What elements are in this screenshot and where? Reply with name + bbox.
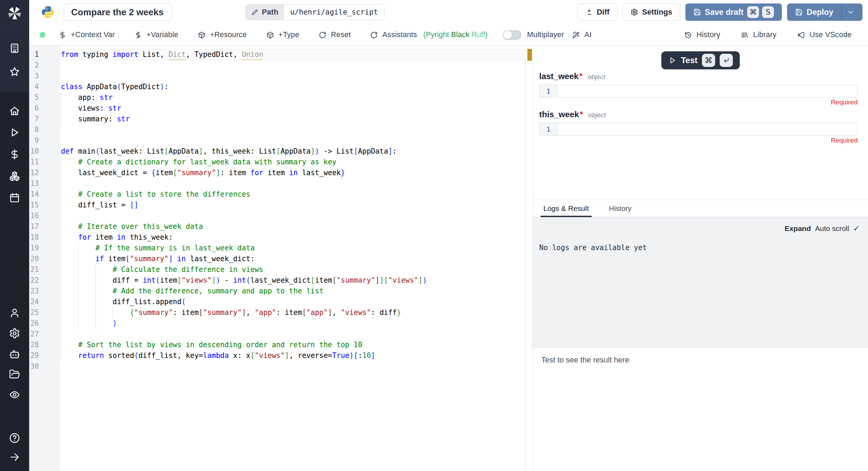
package-icon (266, 31, 274, 39)
home-icon[interactable] (9, 105, 20, 117)
cmd-key-badge: ⌘ (702, 54, 715, 67)
no-logs-message: No logs are available yet (539, 243, 647, 252)
arrow-right-icon[interactable] (9, 452, 20, 463)
tab-logs-result[interactable]: Logs & Result (541, 200, 592, 217)
arg-label-this_week: this_week*object (539, 110, 606, 120)
deploy-button[interactable]: Deploy (787, 3, 862, 21)
code-line: 16 (29, 211, 525, 221)
calendar-icon[interactable] (9, 192, 20, 203)
toolbar-item-reset[interactable]: Reset (319, 31, 351, 39)
assistants-badges[interactable]: (Pyright Black Ruff) (423, 31, 487, 39)
sidebar-divider (0, 91, 29, 92)
history-icon (684, 31, 692, 39)
s-key-badge: S (762, 6, 774, 18)
toolbar-item-type[interactable]: +Type (266, 31, 299, 39)
diff-button[interactable]: Diff (577, 3, 618, 21)
windmill-logo-icon[interactable] (6, 5, 23, 22)
code-line: 2 (29, 60, 525, 71)
bot-icon[interactable] (9, 349, 20, 360)
code-line: 30 (29, 361, 525, 372)
path-field[interactable]: Path u/henri/agile_script (245, 4, 385, 20)
required-label: Required (831, 137, 858, 144)
code-line: 20 if item["summary"] in last_week_dict: (29, 254, 525, 264)
arg-input-this_week[interactable]: 1 (539, 123, 858, 136)
ai-button[interactable]: AI (572, 31, 592, 39)
package-icon (198, 31, 206, 39)
code-line: 23 # Add the difference, summary and app… (29, 286, 525, 297)
toolbar-item-assistants[interactable]: Assistants (370, 31, 417, 39)
folder-open-icon[interactable] (9, 369, 20, 380)
play-icon[interactable] (9, 127, 20, 138)
multiplayer-toggle[interactable] (503, 30, 521, 40)
toolbar-right-items: HistoryLibraryUse VScode (684, 31, 852, 39)
path-value[interactable]: u/henri/agile_script (284, 5, 384, 20)
expand-button[interactable]: Expand (785, 224, 811, 233)
sidebar-divider (0, 27, 29, 27)
toolbar-item-library[interactable]: Library (741, 31, 776, 39)
path-label-chip: Path (246, 5, 284, 20)
settings-icon[interactable] (9, 328, 20, 339)
check-icon[interactable]: ✓ (853, 224, 860, 233)
code-editor[interactable]: 1from typing import List, Dict, TypedDic… (29, 46, 525, 471)
code-line: 19 # If the summary is in last_week data (29, 243, 525, 254)
toolbar-item-history[interactable]: History (684, 31, 720, 39)
code-line: 10def main(last_week: List[AppData], thi… (29, 146, 525, 157)
result-placeholder: Test to see the result here (541, 356, 629, 365)
test-play-icon (668, 56, 676, 65)
gear-icon (631, 8, 638, 16)
test-button[interactable]: Test ⌘ (661, 51, 740, 69)
settings-button[interactable]: Settings (623, 3, 680, 21)
script-title-input[interactable]: Compare the 2 weeks (64, 3, 172, 21)
test-panel: Test ⌘ last_week*object1Requiredthis_wee… (533, 46, 868, 471)
tab-history[interactable]: History (606, 200, 634, 217)
building-icon[interactable] (9, 43, 20, 54)
toolbar-item-variable[interactable]: +Variable (134, 31, 178, 39)
python-language-icon (41, 5, 55, 19)
toolbar-item-use-vscode[interactable]: Use VScode (797, 31, 852, 39)
logs-panel: Expand Auto scroll ✓ No logs are availab… (533, 217, 868, 348)
code-line: 27 (29, 329, 525, 340)
code-line: 28 # Sort the list by views in descendin… (29, 340, 525, 350)
code-line: 14 # Create a list to store the differen… (29, 189, 525, 200)
vscode-icon (797, 31, 805, 39)
enter-icon (723, 57, 730, 64)
chevron-down-icon[interactable] (847, 8, 854, 16)
code-line: 8 (29, 125, 525, 135)
code-line: 1from typing import List, Dict, TypedDic… (29, 49, 525, 60)
arg-input-last_week[interactable]: 1 (539, 85, 858, 97)
editor-toolbar: +Context Var+Variable+Resource+TypeReset… (29, 24, 868, 46)
sidebar (0, 0, 29, 471)
code-line: 9 (29, 135, 525, 146)
enter-key-badge (720, 54, 733, 67)
user-icon[interactable] (9, 307, 20, 318)
code-line: 21 # Calculate the difference in views (29, 264, 525, 275)
result-tabs: Logs & Result History (533, 199, 868, 217)
path-label: Path (262, 8, 278, 17)
code-line: 13 (29, 178, 525, 189)
code-line: 29 return sorted(diff_list, key=lambda x… (29, 350, 525, 361)
code-line: 7 summary: str (29, 114, 525, 125)
dollar-sign-icon (134, 31, 142, 39)
toolbar-item-resource[interactable]: +Resource (198, 31, 247, 39)
code-line: 17 # Iterate over this_week data (29, 221, 525, 232)
star-icon[interactable] (9, 66, 20, 77)
script-title-value: Compare the 2 weeks (71, 7, 164, 18)
boxes-icon[interactable] (9, 171, 20, 182)
wand-sparkles-icon (572, 31, 580, 39)
editor-overview-ruler[interactable] (525, 46, 533, 471)
code-line: 12 last_week_dict = {item["summary"]: it… (29, 168, 525, 178)
diff-icon (585, 8, 593, 16)
main-content: 1from typing import List, Dict, TypedDic… (29, 46, 868, 471)
eye-icon[interactable] (9, 389, 20, 400)
required-label: Required (831, 99, 858, 106)
help-circle-icon[interactable] (9, 433, 20, 444)
toolbar-left-items: +Context Var+Variable+Resource+TypeReset… (59, 31, 436, 39)
autoscroll-label[interactable]: Auto scroll (815, 224, 849, 233)
pencil-icon (251, 9, 258, 16)
save-draft-button[interactable]: Save draft⌘S (685, 3, 782, 21)
code-line: 18 for item in this_week: (29, 232, 525, 243)
toolbar-item-context-var[interactable]: +Context Var (59, 31, 115, 39)
dollar-sign-icon[interactable] (9, 149, 20, 160)
overview-ruler-warning-mark (527, 49, 532, 61)
code-line: 4class AppData(TypedDict): (29, 82, 525, 92)
